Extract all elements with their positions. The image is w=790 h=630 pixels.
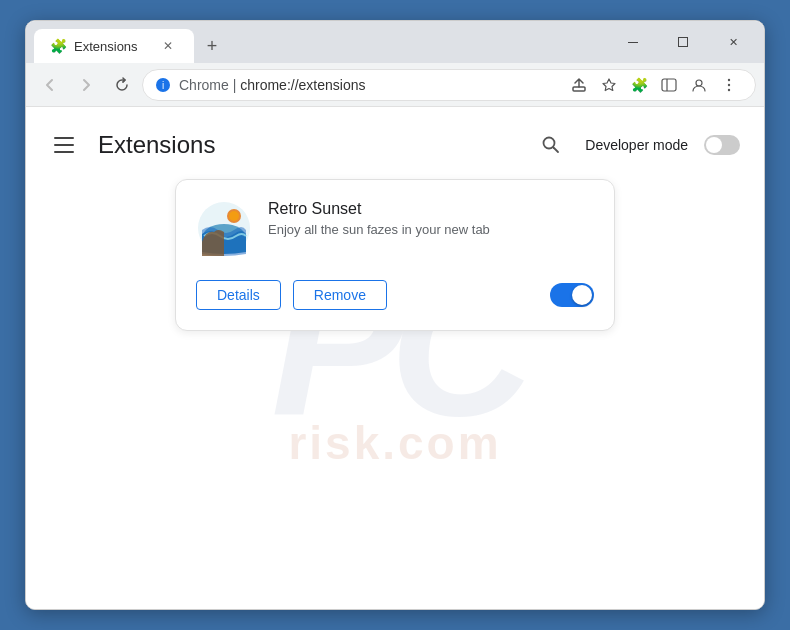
svg-point-11 <box>728 88 730 90</box>
new-tab-button[interactable]: + <box>198 32 226 60</box>
address-bar[interactable]: i Chrome | chrome://extensions 🧩 <box>142 69 756 101</box>
svg-point-12 <box>544 138 555 149</box>
menu-button[interactable] <box>715 71 743 99</box>
svg-rect-1 <box>679 38 688 47</box>
nav-bar: i Chrome | chrome://extensions 🧩 <box>26 63 764 107</box>
extensions-header: Extensions Developer mode <box>26 107 764 179</box>
tab-title: Extensions <box>74 39 150 54</box>
close-button[interactable]: ✕ <box>710 26 756 58</box>
developer-mode-label: Developer mode <box>585 137 688 153</box>
extension-enable-toggle[interactable] <box>550 283 594 307</box>
hamburger-line-3 <box>54 151 74 153</box>
card-top: Retro Sunset Enjoy all the sun fazes in … <box>196 200 594 256</box>
bookmark-button[interactable] <box>595 71 623 99</box>
window-controls: ✕ <box>602 21 764 63</box>
header-actions: Developer mode <box>533 127 740 163</box>
browser-window: 🧩 Extensions ✕ + ✕ i <box>25 20 765 610</box>
remove-button[interactable]: Remove <box>293 280 387 310</box>
hamburger-line-2 <box>54 144 74 146</box>
watermark-risk-text: risk.com <box>288 416 501 470</box>
share-button[interactable] <box>565 71 593 99</box>
extensions-button[interactable]: 🧩 <box>625 71 653 99</box>
extension-name: Retro Sunset <box>268 200 594 218</box>
extension-icon <box>196 200 252 256</box>
svg-line-13 <box>554 148 559 153</box>
svg-rect-4 <box>573 87 585 91</box>
search-button[interactable] <box>533 127 569 163</box>
reload-button[interactable] <box>106 69 138 101</box>
extension-info: Retro Sunset Enjoy all the sun fazes in … <box>268 200 594 237</box>
menu-toggle-button[interactable] <box>50 127 86 163</box>
svg-point-17 <box>229 211 239 221</box>
extension-card: Retro Sunset Enjoy all the sun fazes in … <box>175 179 615 331</box>
tab-area: 🧩 Extensions ✕ + <box>26 21 602 63</box>
svg-point-8 <box>696 80 702 86</box>
svg-point-9 <box>728 78 730 80</box>
svg-rect-6 <box>662 79 676 91</box>
profile-button[interactable] <box>685 71 713 99</box>
minimize-button[interactable] <box>610 26 656 58</box>
developer-mode-toggle-track[interactable] <box>704 135 740 155</box>
url-text: Chrome | chrome://extensions <box>179 77 557 93</box>
sidebar-button[interactable] <box>655 71 683 99</box>
svg-marker-5 <box>603 79 615 91</box>
svg-rect-0 <box>628 42 638 43</box>
back-button[interactable] <box>34 69 66 101</box>
page-content: PC risk.com Extensions Developer mode <box>26 107 764 609</box>
card-bottom: Details Remove <box>196 280 594 310</box>
security-icon: i <box>155 77 171 93</box>
active-tab[interactable]: 🧩 Extensions ✕ <box>34 29 194 63</box>
hamburger-line-1 <box>54 137 74 139</box>
title-bar: 🧩 Extensions ✕ + ✕ <box>26 21 764 63</box>
extension-toggle-track[interactable] <box>550 283 594 307</box>
forward-button[interactable] <box>70 69 102 101</box>
developer-mode-toggle-thumb <box>706 137 722 153</box>
svg-text:i: i <box>162 80 164 91</box>
browser-name: Chrome <box>179 77 229 93</box>
extension-card-area: Retro Sunset Enjoy all the sun fazes in … <box>26 179 764 331</box>
developer-mode-toggle[interactable] <box>704 135 740 155</box>
extension-description: Enjoy all the sun fazes in your new tab <box>268 222 594 237</box>
url-path: chrome://extensions <box>240 77 365 93</box>
svg-point-10 <box>728 83 730 85</box>
details-button[interactable]: Details <box>196 280 281 310</box>
tab-close-button[interactable]: ✕ <box>158 36 178 56</box>
maximize-button[interactable] <box>660 26 706 58</box>
address-actions: 🧩 <box>565 71 743 99</box>
tab-favicon: 🧩 <box>50 38 66 54</box>
extension-toggle-thumb <box>572 285 592 305</box>
page-title: Extensions <box>98 131 533 159</box>
